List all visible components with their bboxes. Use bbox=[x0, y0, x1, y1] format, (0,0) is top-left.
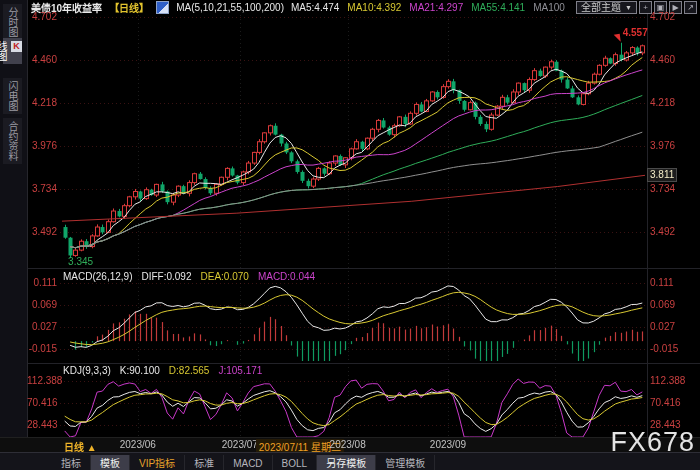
toolbar-item-5[interactable]: BOLL bbox=[273, 455, 318, 470]
crosshair-icon: + bbox=[643, 3, 648, 12]
time-tick: 2023/06 bbox=[120, 439, 156, 450]
macd-axis-label: -0.015 bbox=[27, 343, 57, 355]
price-axis-label: 3.492 bbox=[27, 226, 57, 238]
ma-value-1: MA10:4.392 bbox=[347, 2, 401, 13]
macd-axis-label: 0.111 bbox=[650, 277, 674, 289]
kdj-panel-header: KDJ(9,3,3) K:90.100 D:82.565 J:105.171 bbox=[63, 365, 262, 376]
chart-icon bbox=[156, 1, 169, 14]
high-annotation: 4.557 bbox=[623, 27, 648, 38]
sidebar-item-2[interactable]: 闪电图 bbox=[3, 78, 22, 114]
ma-value-0: MA5:4.474 bbox=[291, 2, 339, 13]
time-tick: 2023/09 bbox=[430, 439, 466, 450]
macd-axis-label: 0.069 bbox=[27, 299, 57, 311]
kdj-axis-label: 112.388 bbox=[27, 375, 57, 387]
kdj-k-value: K:90.100 bbox=[120, 365, 160, 376]
price-axis-label: 3.734 bbox=[27, 183, 57, 195]
chevron-down-icon: ▼ bbox=[625, 2, 632, 13]
ma200-value-tag: 3.811 bbox=[647, 168, 677, 182]
macd-axis-label: -0.015 bbox=[650, 343, 678, 355]
sidebar-item-label: 闪电图 bbox=[7, 81, 18, 111]
price-axis-label: 4.702 bbox=[27, 11, 57, 23]
toolbar-item-3[interactable]: 标准 bbox=[185, 455, 224, 470]
price-axis-label: 4.702 bbox=[650, 11, 675, 23]
macd-dea-value: DEA:0.070 bbox=[201, 271, 249, 282]
chart-app-window: 分时图K线图闪电图合约资料 美债10年收益率 【日线】 MA(5,10,21,5… bbox=[0, 0, 700, 470]
expand-icon: ↗ bbox=[687, 3, 694, 12]
kdj-axis-label: 112.388 bbox=[650, 375, 685, 387]
sidebar-item-1[interactable]: K线图 bbox=[3, 38, 22, 64]
bottom-toolbar: 指标模板VIP指标标准MACDBOLL另存模板管理模板 bbox=[0, 452, 700, 470]
macd-axis-label: 0.111 bbox=[27, 277, 57, 289]
sidebar-item-label: 合约资料 bbox=[7, 121, 18, 161]
header-controls: 全部主题 ▼ +▣▶↗ bbox=[576, 1, 697, 14]
sidebar-item-label: 线图 bbox=[0, 41, 7, 61]
time-tick: 2023/08 bbox=[330, 439, 366, 450]
fx678-watermark: FX678 bbox=[610, 427, 695, 458]
ma-group-label: MA(5,10,21,55,100,200) bbox=[176, 2, 284, 13]
kdj-axis-label: 70.416 bbox=[650, 397, 681, 409]
price-axis-label: 3.734 bbox=[650, 183, 675, 195]
toolbar-item-2[interactable]: VIP指标 bbox=[130, 455, 185, 470]
sidebar-item-3[interactable]: 合约资料 bbox=[3, 118, 22, 164]
price-axis-label: 3.492 bbox=[650, 226, 675, 238]
kdj-title: KDJ(9,3,3) bbox=[63, 365, 111, 376]
toolbar-item-1[interactable]: 模板 bbox=[91, 455, 130, 470]
price-axis-label: 3.976 bbox=[650, 140, 675, 152]
macd-title: MACD(26,12,9) bbox=[63, 271, 132, 282]
macd-panel-header: MACD(26,12,9) DIFF:0.092 DEA:0.070 MACD:… bbox=[63, 271, 315, 282]
period-tag: 【日线】 bbox=[109, 0, 149, 15]
price-axis-label: 4.460 bbox=[27, 54, 57, 66]
macd-axis-label: 0.027 bbox=[650, 321, 675, 333]
chart-canvas[interactable] bbox=[0, 0, 700, 470]
ma-value-4: MA100 bbox=[533, 2, 565, 13]
toolbar-item-4[interactable]: MACD bbox=[224, 455, 272, 470]
time-tick: 2023/07 bbox=[222, 439, 258, 450]
kdj-d-value: D:82.565 bbox=[169, 365, 210, 376]
sidebar-item-label: 分时图 bbox=[7, 7, 18, 37]
macd-axis-label: 0.027 bbox=[27, 321, 57, 333]
chart-type-sidebar: 分时图K线图闪电图合约资料 bbox=[0, 0, 28, 452]
macd-diff-value: DIFF:0.092 bbox=[141, 271, 191, 282]
toolbar-item-7[interactable]: 管理模板 bbox=[376, 455, 435, 470]
ma-values: MA5:4.474MA10:4.392MA21:4.297MA55:4.141M… bbox=[291, 2, 573, 13]
macd-value: MACD:0.044 bbox=[258, 271, 315, 282]
toolbar-item-6[interactable]: 另存模板 bbox=[317, 455, 376, 470]
ma-value-2: MA21:4.297 bbox=[409, 2, 463, 13]
price-axis-label: 4.218 bbox=[650, 97, 675, 109]
kdj-axis-label: 28.443 bbox=[27, 419, 57, 431]
sidebar-item-0[interactable]: 分时图 bbox=[3, 4, 22, 40]
kline-icon: K bbox=[11, 41, 22, 52]
macd-axis-label: 0.069 bbox=[650, 299, 675, 311]
kdj-axis-label: 70.416 bbox=[27, 397, 57, 409]
theme-dropdown[interactable]: 全部主题 ▼ bbox=[576, 1, 637, 14]
chart-header: 美债10年收益率 【日线】 MA(5,10,21,55,100,200) MA5… bbox=[31, 1, 573, 14]
theme-dropdown-label: 全部主题 bbox=[581, 2, 621, 13]
time-axis-strip: 日线 ▲ 2023/062023/072023/07/11 星期二2023/08… bbox=[0, 437, 700, 453]
price-axis-label: 4.460 bbox=[650, 54, 675, 66]
ma-value-3: MA55:4.141 bbox=[471, 2, 525, 13]
price-axis-label: 3.976 bbox=[27, 140, 57, 152]
kdj-j-value: J:105.171 bbox=[218, 365, 262, 376]
expand-icon-button[interactable]: ↗ bbox=[684, 1, 697, 14]
toolbar-item-0[interactable]: 指标 bbox=[52, 455, 91, 470]
price-axis-label: 4.218 bbox=[27, 97, 57, 109]
low-annotation: 3.345 bbox=[68, 256, 93, 267]
